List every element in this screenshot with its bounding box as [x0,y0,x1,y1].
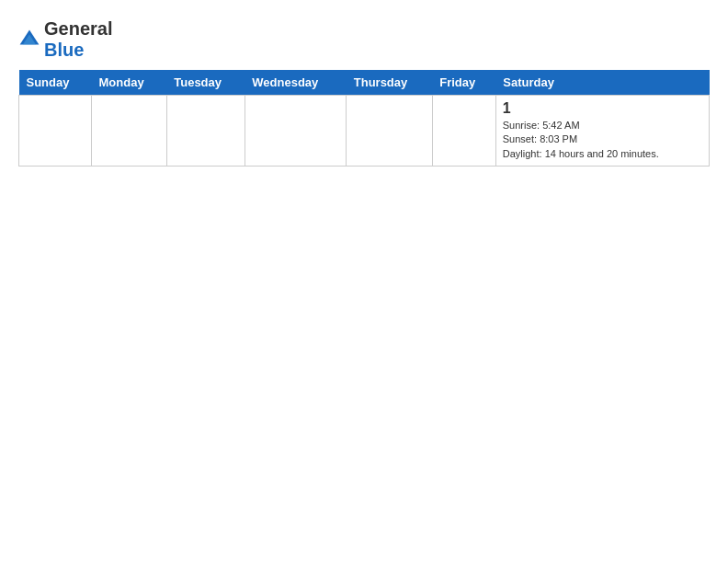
empty-cell [432,96,495,167]
empty-cell [245,96,346,167]
header-tuesday: Tuesday [166,70,245,96]
calendar-table: SundayMondayTuesdayWednesdayThursdayFrid… [18,70,710,167]
header-thursday: Thursday [347,70,433,96]
header-wednesday: Wednesday [245,70,346,96]
empty-cell [19,96,92,167]
header-monday: Monday [92,70,167,96]
logo-icon [18,29,40,51]
empty-cell [92,96,167,167]
logo: General Blue [18,18,112,61]
header-saturday: Saturday [495,70,709,96]
week-row: 1Sunrise: 5:42 AMSunset: 8:03 PMDaylight… [19,96,710,167]
empty-cell [166,96,245,167]
empty-cell [347,96,433,167]
day-cell: 1Sunrise: 5:42 AMSunset: 8:03 PMDaylight… [495,96,709,167]
header: General Blue [18,18,710,61]
header-friday: Friday [432,70,495,96]
logo-text: General Blue [44,18,112,61]
header-sunday: Sunday [19,70,92,96]
logo-general: General [44,18,112,39]
logo-blue: Blue [44,40,84,60]
calendar-header-row: SundayMondayTuesdayWednesdayThursdayFrid… [19,70,710,96]
